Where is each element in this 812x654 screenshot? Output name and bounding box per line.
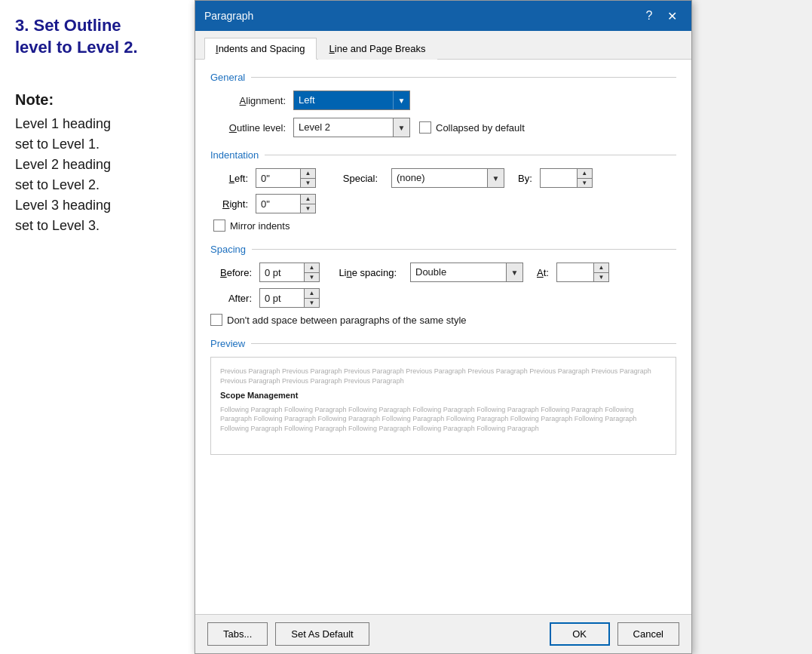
left-value: 0" [256,173,300,184]
paragraph-dialog: Paragraph ? ✕ Indents and Spacing Line a… [195,0,692,654]
by-spin-up[interactable]: ▲ [578,169,592,179]
after-spin-down[interactable]: ▼ [305,299,319,308]
before-value: 0 pt [260,267,304,278]
dialog-content: General Alignment: Left ▼ Outline level: [195,60,691,614]
dont-add-checkbox[interactable] [210,314,222,326]
before-spin-up[interactable]: ▲ [305,263,319,273]
at-spin-buttons: ▲ ▼ [593,263,608,281]
special-label: Special: [323,173,384,184]
left-spin-down[interactable]: ▼ [301,179,315,188]
right-spin-up[interactable]: ▲ [301,195,315,204]
spacing-section-line [252,249,676,250]
preview-section-line [251,343,676,344]
tabs-button[interactable]: Tabs... [207,622,268,646]
alignment-label: Alignment: [210,95,293,106]
ok-button[interactable]: OK [550,622,610,646]
special-dropdown[interactable]: (none) ▼ [391,168,504,188]
before-spin-buttons: ▲ ▼ [304,263,319,281]
indentation-left-row: Left: 0" ▲ ▼ Special: (none) ▼ By: [210,168,676,188]
collapsed-label: Collapsed by default [436,122,525,134]
left-spin-up[interactable]: ▲ [301,169,315,179]
preview-box: Previous Paragraph Previous Paragraph Pr… [210,357,676,455]
spacing-before-row: Before: 0 pt ▲ ▼ Line spacing: Double ▼ … [210,263,676,282]
line-spacing-dropdown[interactable]: Double ▼ [410,263,523,282]
outline-row: Outline level: Level 2 ▼ Collapsed by de… [210,118,676,137]
dont-add-label: Don't add space between paragraphs of th… [227,315,467,326]
before-spin-down[interactable]: ▼ [305,273,319,282]
mirror-row: Mirror indents [213,220,676,232]
tab-indents-spacing[interactable]: Indents and Spacing [204,38,317,60]
dont-add-row: Don't add space between paragraphs of th… [210,314,676,326]
alignment-row: Alignment: Left ▼ [210,91,676,110]
at-spinbox[interactable]: ▲ ▼ [556,263,609,282]
after-spinbox[interactable]: 0 pt ▲ ▼ [259,288,320,308]
preview-section-header: Preview [210,338,676,349]
before-label: Before: [210,267,252,278]
set-as-default-button[interactable]: Set As Default [275,622,369,646]
general-section-line [251,77,676,78]
indentation-section: Indentation Left: 0" ▲ ▼ Special: (none)… [210,149,676,232]
indentation-section-line [265,155,676,155]
alignment-value: Left [294,91,393,109]
at-spin-down[interactable]: ▼ [594,273,608,282]
mirror-label: Mirror indents [230,220,290,232]
doc-outline-instruction: 3. Set Outline level to Level 2. [15,15,188,58]
right-spin-buttons: ▲ ▼ [300,195,315,213]
after-label: After: [210,293,252,304]
after-spin-buttons: ▲ ▼ [304,289,319,307]
after-spin-up[interactable]: ▲ [305,289,319,299]
tab-line-label: Line and Page Breaks [329,43,426,54]
preview-section: Preview Previous Paragraph Previous Para… [210,338,676,455]
right-spinbox[interactable]: 0" ▲ ▼ [256,194,316,213]
right-spin-down[interactable]: ▼ [301,204,315,213]
indentation-section-header: Indentation [210,149,676,161]
document-background: 3. Set Outline level to Level 2. Note: L… [0,0,196,654]
by-label: By: [512,173,532,184]
title-bar: Paragraph ? ✕ [195,1,691,31]
left-spinbox[interactable]: 0" ▲ ▼ [256,168,316,188]
after-value: 0 pt [260,293,304,304]
before-spinbox[interactable]: 0 pt ▲ ▼ [259,263,320,282]
close-button[interactable]: ✕ [661,5,682,26]
button-area: Tabs... Set As Default OK Cancel [195,614,691,653]
spacing-section: Spacing Before: 0 pt ▲ ▼ Line spacing: D… [210,244,676,326]
at-spin-up[interactable]: ▲ [594,263,608,273]
left-spin-buttons: ▲ ▼ [300,169,315,187]
line-spacing-value: Double [411,263,506,281]
at-label: At: [531,267,549,278]
alignment-dropdown[interactable]: Left ▼ [293,91,410,110]
left-label: Left: [210,173,248,184]
cancel-button[interactable]: Cancel [617,622,679,646]
tab-line-page-breaks[interactable]: Line and Page Breaks [318,38,437,60]
outline-dropdown[interactable]: Level 2 ▼ [293,118,410,137]
indentation-section-title: Indentation [210,149,259,161]
right-label: Right: [210,198,248,210]
line-spacing-label: Line spacing: [327,267,403,278]
collapsed-checkbox[interactable] [419,121,431,134]
right-value: 0" [256,198,300,210]
by-spin-buttons: ▲ ▼ [577,169,592,187]
doc-note-title: Note: [15,88,188,111]
spacing-section-title: Spacing [210,244,246,255]
general-section-title: General [210,72,245,83]
button-spacer [377,622,542,646]
outline-arrow[interactable]: ▼ [393,118,409,137]
spacing-after-row: After: 0 pt ▲ ▼ [210,288,676,308]
special-arrow[interactable]: ▼ [487,169,504,187]
by-spinbox[interactable]: ▲ ▼ [540,168,593,188]
spacing-section-header: Spacing [210,244,676,255]
outline-label: Outline level: [210,122,293,134]
help-button[interactable]: ? [639,5,660,26]
line-spacing-arrow[interactable]: ▼ [506,263,522,281]
preview-section-title: Preview [210,338,245,349]
general-section-header: General [210,72,676,83]
indentation-right-row: Right: 0" ▲ ▼ [210,194,676,213]
alignment-arrow[interactable]: ▼ [393,91,409,109]
tab-indents-label: Indents and Spacing [216,43,305,54]
by-spin-down[interactable]: ▼ [578,179,592,188]
special-value: (none) [392,169,487,187]
outline-value: Level 2 [294,118,393,137]
doc-note-body: Level 1 heading set to Level 1. Level 2 … [15,116,111,233]
mirror-checkbox[interactable] [213,220,225,232]
dialog-title: Paragraph [204,10,637,22]
